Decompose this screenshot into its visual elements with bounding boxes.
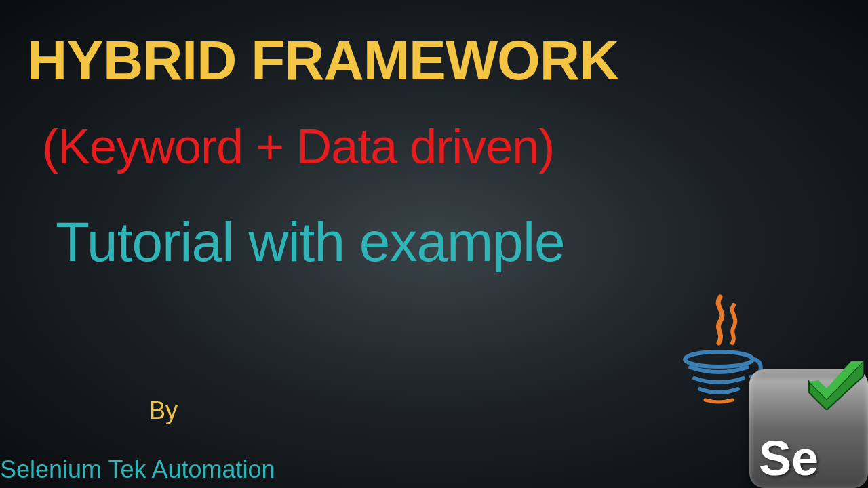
by-label: By — [149, 396, 178, 425]
subtitle-keyword-data: (Keyword + Data driven) — [42, 119, 554, 174]
selenium-logo-text: Se — [759, 434, 818, 483]
checkmark-icon — [804, 356, 868, 410]
subtitle-tutorial: Tutorial with example — [56, 210, 565, 274]
svg-point-0 — [685, 352, 753, 367]
main-title: HYBRID FRAMEWORK — [27, 28, 618, 92]
author-name: Selenium Tek Automation — [0, 455, 275, 484]
logo-container: Se — [678, 298, 868, 488]
